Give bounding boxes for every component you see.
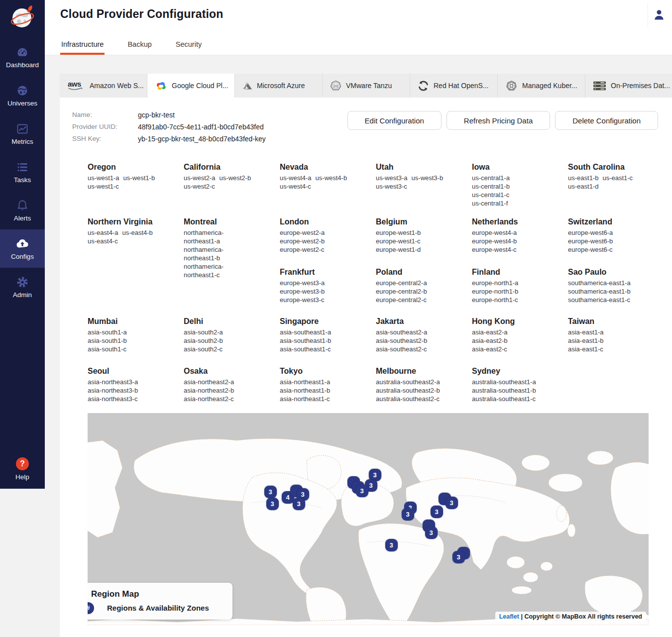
zone-label: us-central1-c [472,191,509,199]
svg-text:{o}: {o} [334,84,338,88]
zone-label: europe-west2-c [280,245,325,254]
aws-icon: aws [67,80,85,92]
onprem-icon [593,80,606,92]
sidebar-item-label: Metrics [11,138,33,145]
zone-label: southamerica-east1-a [568,279,631,287]
zone-label: us-east1-b [568,174,598,182]
map-cluster-marker[interactable]: 3 [402,508,414,521]
region-map[interactable]: 334333333333333 Region Map # Regions & A… [88,413,649,625]
region-poland: Polandeurope-central2-aeurope-central2-b… [376,267,472,316]
user-avatar-icon[interactable] [653,8,666,21]
content-card: awsAmazon Web S...Google Cloud Pl...Micr… [60,74,672,637]
zone-label: europe-west1-c [376,237,421,245]
provider-tab-managed-kuber[interactable]: Managed Kuber... [498,74,585,98]
zone-label: asia-southeast1-c [280,345,331,353]
sidebar-item-metrics[interactable]: Metrics [0,114,45,153]
zone-label: northamerica-northeast1-a [184,228,253,245]
refresh-pricing-data-button[interactable]: Refresh Pricing Data [447,111,550,130]
region-iowa: Iowaus-central1-aus-central1-bus-central… [472,162,568,216]
sidebar-item-label: Tasks [14,176,31,184]
map-cluster-marker[interactable]: 3 [446,497,458,509]
region-osaka: Osakaasia-northeast2-aasia-northeast2-ba… [184,366,280,403]
detail-value-provider-uuid: 48f91ab0-7cc5-4e11-adf1-b0cd7eb43fed [138,123,266,131]
zone-label: asia-south2-c [184,345,223,353]
provider-tab-red-hat-opens[interactable]: Red Hat OpenS... [410,74,498,98]
sidebar-item-admin[interactable]: Admin [0,268,45,306]
region-melbourne: Melbourneaustralia-southeast2-aaustralia… [376,366,472,403]
zone-label: us-central1-f [472,199,508,208]
sidebar-item-label: Admin [13,291,32,299]
provider-tab-label: On-Premises Dat... [611,82,670,90]
svg-text:aws: aws [68,80,81,88]
map-cluster-marker[interactable]: 3 [385,539,398,551]
zone-label: asia-east1-b [568,336,604,345]
region-sao-paulo: Sao Paulosouthamerica-east1-asouthameric… [568,267,664,316]
sidebar-item-configs[interactable]: Configs [0,229,45,268]
leaflet-link[interactable]: Leaflet [499,613,519,620]
zone-list: us-east1-bus-east1-cus-east1-d [568,174,638,191]
region-name: Taiwan [568,316,664,326]
app-logo-icon[interactable] [9,4,36,31]
zone-label: europe-central2-b [376,287,427,296]
map-cluster-marker[interactable]: 3 [431,506,443,518]
map-cluster-marker[interactable]: 3 [266,498,279,510]
header-divider [648,4,648,27]
zone-label: southamerica-east1-c [568,296,630,304]
zone-label: europe-central2-c [376,296,427,304]
zone-list: europe-west4-aeurope-west4-beurope-west4… [472,228,542,254]
sidebar-item-help[interactable]: ? Help [0,457,45,481]
help-icon: ? [16,457,29,470]
map-cluster-marker[interactable]: 3 [452,551,465,563]
region-nevada: Nevadaus-west4-aus-west4-bus-west4-c [280,162,376,216]
map-cluster-marker[interactable]: 3 [425,527,438,539]
provider-tabs: awsAmazon Web S...Google Cloud Pl...Micr… [60,74,672,98]
region-name: Netherlands [472,216,568,227]
zone-label: asia-northeast3-a [88,378,138,386]
map-cluster-marker[interactable]: 3 [356,485,368,497]
zone-list: asia-southeast2-aasia-southeast2-basia-s… [376,328,446,353]
tab-security[interactable]: Security [175,35,203,55]
attribution-text: | Copyright © MapBox All rights reserved [521,613,642,620]
zone-label: europe-west3-c [280,296,325,304]
zone-list: europe-west6-aeurope-west6-beurope-west6… [568,228,638,254]
map-cluster-marker[interactable]: 3 [293,498,305,510]
tab-backup[interactable]: Backup [126,35,152,55]
sidebar-item-dashboard[interactable]: Dashboard [0,38,45,76]
region-south-carolina: South Carolinaus-east1-bus-east1-cus-eas… [568,162,664,216]
edit-configuration-button[interactable]: Edit Configuration [347,111,442,130]
zone-label: us-west2-b [220,174,251,182]
zone-label: europe-west4-b [472,237,517,245]
region-name: Belgium [376,216,472,227]
zone-label: asia-northeast3-c [88,395,137,403]
zone-list: asia-northeast1-aasia-northeast1-basia-n… [280,378,349,403]
map-cluster-marker[interactable]: 3 [264,486,277,498]
sidebar-item-alerts[interactable]: Alerts [0,191,45,229]
map-legend-label: Regions & Availability Zones [107,604,227,612]
provider-tab-google-cloud-pl[interactable]: Google Cloud Pl... [147,74,235,98]
tab-infrastructure[interactable]: Infrastructure [60,35,105,55]
region-belgium: Belgiumeurope-west1-beurope-west1-ceurop… [376,216,472,267]
zone-label: northamerica-northeast1-c [184,262,253,279]
provider-tab-on-premises-dat[interactable]: On-Premises Dat... [585,74,672,98]
provider-tab-vmware-tanzu[interactable]: {o}VMware Tanzu [323,74,410,98]
region-hong-kong: Hong Kongasia-east2-aasia-east2-basia-ea… [472,316,568,366]
region-utah: Utahus-west3-aus-west3-bus-west3-c [376,162,472,216]
region-mumbai: Mumbaiasia-south1-aasia-south1-basia-sou… [88,316,184,366]
zone-label: asia-south2-b [184,336,223,345]
zone-label: asia-south2-a [184,328,223,336]
main-tabs: InfrastructureBackupSecurity [60,35,203,55]
zone-label: us-east4-b [122,228,152,237]
zone-label: asia-northeast3-b [88,386,138,395]
zone-label: asia-east2-a [472,328,508,336]
region-sydney: Sydneyaustralia-southeast1-aaustralia-so… [472,366,568,403]
delete-configuration-button[interactable]: Delete Configuration [555,111,658,130]
provider-tab-amazon-web-s[interactable]: awsAmazon Web S... [60,74,147,98]
metrics-icon [16,122,29,135]
region-name: Iowa [472,162,568,172]
sidebar-item-tasks[interactable]: Tasks [0,153,45,191]
provider-tab-microsoft-azure[interactable]: Microsoft Azure [235,74,323,98]
zone-list: europe-central2-aeurope-central2-beurope… [376,279,446,304]
sidebar-item-universes[interactable]: Universes [0,76,45,114]
zone-label: europe-central2-a [376,279,427,287]
detail-label-ssh-key: SSH Key: [72,135,138,143]
